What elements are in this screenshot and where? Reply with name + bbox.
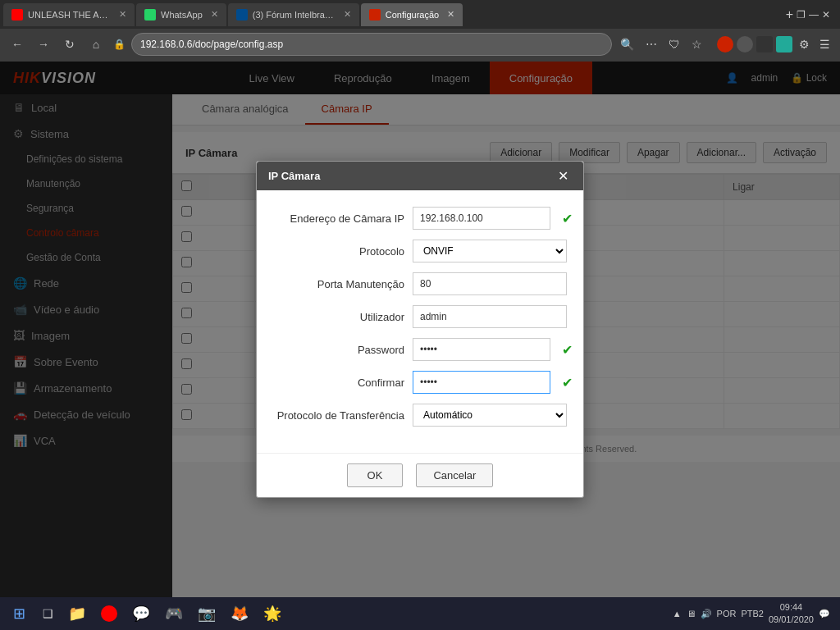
shield-icon: 🛡 [665, 34, 683, 54]
browser-tab-whatsapp[interactable]: WhatsApp✕ [136, 3, 226, 26]
taskbar-app5[interactable]: 🌟 [257, 600, 288, 628]
forward-button[interactable]: → [33, 34, 54, 55]
time-display: 09:44 [769, 601, 814, 614]
tab-favicon-youtube [11, 9, 23, 21]
utilizador-label: Utilizador [273, 311, 404, 323]
menu-more-icon[interactable]: ⋯ [642, 34, 660, 54]
system-tray: ▲ 🖥 🔊 POR PTB2 09:44 09/01/2020 💬 [666, 601, 837, 627]
modal-header: IP Câmara ✕ [257, 162, 583, 190]
password-check-icon: ✔ [562, 342, 573, 358]
tab-favicon-hikvision [369, 9, 381, 21]
bookmark-icon[interactable]: ☆ [688, 34, 705, 54]
modal-overlay: IP Câmara ✕ Endereço de Câmara IP ✔ Prot… [0, 62, 840, 597]
browser-chrome: UNLEASH THE ARCHER✕WhatsApp✕(3) Fórum In… [0, 0, 840, 62]
tray-up-arrow[interactable]: ▲ [673, 609, 682, 619]
lang-label: POR [717, 609, 737, 619]
browser-tab-intelbras[interactable]: (3) Fórum Intelbras - Responder✕ [228, 3, 359, 26]
new-tab-button[interactable]: + [786, 7, 793, 22]
utilizador-input[interactable] [413, 305, 567, 328]
protocolo-field-row: Protocolo ONVIF HIKVISION AXIS [273, 240, 567, 262]
address-bar[interactable] [131, 33, 612, 56]
back-button[interactable]: ← [7, 34, 28, 55]
date-display: 09/01/2020 [769, 614, 814, 626]
trans-select[interactable]: Automático TCP UDP [413, 404, 567, 427]
taskbar: ⊞ ❑ 📁 💬 🎮 📷 🦊 🌟 ▲ 🖥 🔊 POR PTB2 09:44 09/… [0, 597, 840, 630]
minimize-button[interactable]: — [809, 9, 819, 21]
porta-field-row: Porta Manutenção [273, 272, 567, 295]
tab-favicon-intelbras [236, 9, 248, 21]
ip-label: Endereço de Câmara IP [273, 212, 404, 225]
browser-toolbar: ← → ↻ ⌂ 🔒 🔍 ⋯ 🛡 ☆ ⚙ ☰ [0, 29, 840, 60]
trans-label: Protocolo de Transferência [273, 409, 404, 422]
taskbar-app2[interactable]: 💬 [126, 600, 157, 628]
tab-favicon-whatsapp [144, 9, 156, 21]
ip-camera-modal: IP Câmara ✕ Endereço de Câmara IP ✔ Prot… [256, 161, 584, 498]
utilizador-field-row: Utilizador [273, 305, 567, 328]
porta-input[interactable] [413, 272, 567, 295]
tab-label-intelbras: (3) Fórum Intelbras - Responder [253, 10, 336, 20]
extensions-icon[interactable]: ⚙ [796, 34, 813, 54]
refresh-button[interactable]: ↻ [59, 34, 80, 55]
confirmar-field-row: Confirmar ✔ [273, 371, 567, 394]
taskbar-app3[interactable]: 🎮 [158, 600, 189, 628]
taskbar-app4[interactable]: 📷 [191, 600, 222, 628]
modal-footer: OK Cancelar [257, 453, 583, 497]
ip-input[interactable] [413, 207, 550, 230]
confirmar-label: Confirmar [273, 377, 404, 389]
restore-button[interactable]: ❐ [797, 9, 806, 21]
confirmar-check-icon: ✔ [562, 375, 573, 390]
trans-field-row: Protocolo de Transferência Automático TC… [273, 404, 567, 427]
tab-close-youtube[interactable]: ✕ [119, 9, 126, 20]
close-browser-button[interactable]: ✕ [822, 9, 830, 21]
tab-close-intelbras[interactable]: ✕ [344, 9, 351, 20]
ip-field-row: Endereço de Câmara IP ✔ [273, 207, 567, 230]
modal-close-button[interactable]: ✕ [555, 168, 572, 184]
search-icon[interactable]: 🔍 [617, 34, 637, 54]
home-button[interactable]: ⌂ [85, 34, 107, 55]
password-field-row: Password ✔ [273, 338, 567, 361]
taskbar-app1[interactable] [94, 600, 124, 628]
ip-check-icon: ✔ [562, 211, 573, 226]
clock: 09:44 09/01/2020 [769, 601, 814, 627]
password-label: Password [273, 344, 404, 356]
tab-bar: UNLEASH THE ARCHER✕WhatsApp✕(3) Fórum In… [0, 0, 840, 29]
protocolo-label: Protocolo [273, 245, 404, 258]
ok-button[interactable]: OK [347, 463, 404, 487]
tray-volume-icon[interactable]: 🔊 [701, 609, 712, 619]
tray-network-icon: 🖥 [687, 609, 696, 619]
modal-title: IP Câmara [268, 170, 320, 182]
task-view-button[interactable]: ❑ [36, 600, 60, 628]
browser-menu-icon[interactable]: ☰ [816, 34, 833, 54]
password-input[interactable] [413, 338, 550, 361]
modal-body: Endereço de Câmara IP ✔ Protocolo ONVIF … [257, 190, 583, 453]
confirmar-input[interactable] [413, 371, 550, 394]
tab-label-hikvision: Configuração [386, 10, 439, 20]
firefox-button[interactable]: 🦊 [224, 600, 255, 628]
notification-button[interactable]: 💬 [819, 609, 830, 619]
start-button[interactable]: ⊞ [3, 599, 34, 628]
porta-label: Porta Manutenção [273, 278, 404, 290]
layout-label: PTB2 [741, 609, 764, 619]
tab-label-youtube: UNLEASH THE ARCHER [28, 10, 111, 20]
explorer-button[interactable]: 📁 [62, 600, 93, 628]
cancel-button[interactable]: Cancelar [416, 463, 493, 487]
browser-tab-youtube[interactable]: UNLEASH THE ARCHER✕ [3, 3, 135, 26]
tab-label-whatsapp: WhatsApp [161, 10, 203, 20]
protocolo-select[interactable]: ONVIF HIKVISION AXIS [413, 240, 567, 262]
browser-tab-hikvision[interactable]: Configuração✕ [361, 3, 463, 26]
tab-close-hikvision[interactable]: ✕ [447, 9, 454, 20]
tab-close-whatsapp[interactable]: ✕ [211, 9, 218, 20]
